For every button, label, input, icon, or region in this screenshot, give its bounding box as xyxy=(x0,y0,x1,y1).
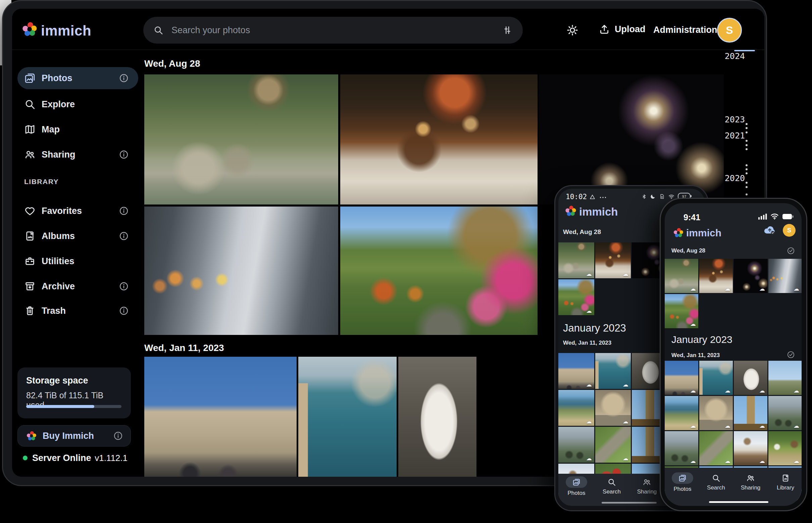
thumb-zoo-monkeys[interactable] xyxy=(558,242,594,278)
people-icon xyxy=(746,474,755,483)
info-icon[interactable] xyxy=(119,206,129,216)
iphone-clock: 9:41 xyxy=(684,213,700,222)
thumb-lizard[interactable] xyxy=(595,427,631,463)
archive-icon xyxy=(24,281,36,292)
timeline-tick xyxy=(746,123,747,125)
timeline-tick xyxy=(746,131,747,133)
photo-coastal-fort[interactable] xyxy=(298,357,397,477)
administration-link[interactable]: Administration xyxy=(653,25,718,35)
timeline-year-2024[interactable]: 2024 xyxy=(723,51,745,61)
info-icon[interactable] xyxy=(119,73,129,83)
brand-wordmark[interactable]: immich xyxy=(41,23,91,39)
select-all-check-icon[interactable] xyxy=(787,247,795,255)
search-bar[interactable] xyxy=(143,17,523,43)
photo-zoo-monkeys[interactable] xyxy=(144,74,338,204)
photo-fortress-wall[interactable] xyxy=(144,357,297,477)
thumb-viaduct[interactable] xyxy=(665,431,698,465)
photo-holding-hands[interactable] xyxy=(144,206,338,335)
immich-logo-icon xyxy=(672,227,684,239)
sidebar-item-albums[interactable]: Albums xyxy=(17,225,138,247)
info-icon[interactable] xyxy=(119,281,129,291)
user-avatar[interactable]: S xyxy=(717,18,742,42)
timeline-year-2020[interactable]: 2020 xyxy=(723,173,745,183)
nav-photos[interactable]: Photos xyxy=(566,476,587,497)
sidebar-item-label: Photos xyxy=(41,73,72,84)
user-avatar[interactable]: S xyxy=(783,224,796,237)
sidebar-item-archive[interactable]: Archive xyxy=(17,275,138,297)
sidebar-item-photos[interactable]: Photos xyxy=(17,67,138,89)
active-pill xyxy=(566,476,587,488)
date-group-header: Wed, Jan 11, 2023 xyxy=(563,340,611,346)
photo-autumn-park[interactable] xyxy=(340,206,537,335)
theme-toggle-button[interactable] xyxy=(566,24,578,36)
thumb-autumn-park[interactable] xyxy=(665,294,698,328)
photo-green-berries[interactable] xyxy=(479,357,556,477)
sidebar-item-explore[interactable]: Explore xyxy=(17,93,138,115)
timeline-year-2021[interactable]: 2021 xyxy=(723,131,745,141)
library-icon xyxy=(781,474,790,483)
thumb-zoo-monkeys[interactable] xyxy=(665,259,698,293)
upload-button[interactable]: Upload xyxy=(599,23,645,35)
sidebar-item-sharing[interactable]: Sharing xyxy=(17,144,138,166)
photo-marble-bust[interactable] xyxy=(398,357,477,477)
thumb-ridge[interactable] xyxy=(768,361,801,395)
nav-photos[interactable]: Photos xyxy=(672,472,693,492)
thumb-coastal-fort[interactable] xyxy=(699,361,733,395)
wifi-icon xyxy=(668,193,675,200)
buy-immich-button[interactable]: Buy Immich xyxy=(17,425,131,447)
info-icon[interactable] xyxy=(113,431,123,441)
bluetooth-icon xyxy=(641,194,647,199)
thumb-autumn-park[interactable] xyxy=(558,279,594,315)
nav-sharing[interactable]: Sharing xyxy=(637,478,657,495)
thumb-viaduct[interactable] xyxy=(558,427,594,463)
search-filter-icon[interactable] xyxy=(502,25,513,36)
sidebar-item-map[interactable]: Map xyxy=(17,118,138,141)
month-header: January 2023 xyxy=(563,322,626,334)
thumb-fireworks[interactable] xyxy=(734,259,767,293)
cloud-sync-icon[interactable] xyxy=(763,224,777,235)
nav-sharing[interactable]: Sharing xyxy=(741,474,761,491)
people-icon xyxy=(24,149,36,160)
thumb-dinner-table[interactable] xyxy=(699,259,733,293)
home-indicator[interactable] xyxy=(602,502,657,504)
thumb-fortress-wall[interactable] xyxy=(558,353,594,389)
info-icon[interactable] xyxy=(119,231,129,241)
iphone-bottom-nav: Photos Search Sharing Library xyxy=(665,468,801,506)
thumb-holding-hands[interactable] xyxy=(768,259,801,293)
info-icon[interactable] xyxy=(119,306,129,316)
brand-wordmark: immich xyxy=(579,205,618,218)
thumb-alpine-farm[interactable] xyxy=(768,431,801,465)
thumb-coastal-fort[interactable] xyxy=(595,353,631,389)
date-group-header: Wed, Aug 28 xyxy=(563,228,601,236)
nav-search[interactable]: Search xyxy=(707,474,725,491)
select-all-check-icon[interactable] xyxy=(787,351,795,359)
sidebar-item-favorites[interactable]: Favorites xyxy=(17,200,138,222)
thumb-fortress-wall[interactable] xyxy=(665,361,698,395)
nav-search[interactable]: Search xyxy=(603,478,621,495)
nav-library[interactable]: Library xyxy=(777,474,794,491)
notification-icon xyxy=(589,194,595,200)
thumb-carved-rock[interactable] xyxy=(595,390,631,426)
sidebar-item-trash[interactable]: Trash xyxy=(17,300,138,322)
thumb-stone-bridge[interactable] xyxy=(768,396,801,430)
thumb-lizard[interactable] xyxy=(699,431,733,465)
search-icon xyxy=(607,478,616,486)
thumb-marble-bust[interactable] xyxy=(734,361,767,395)
search-icon xyxy=(24,98,36,110)
thumb-carved-rock[interactable] xyxy=(699,396,733,430)
thumb-city-tower[interactable] xyxy=(734,396,767,430)
thumb-snowy-village[interactable] xyxy=(734,431,767,465)
thumb-coast-road[interactable] xyxy=(558,390,594,426)
thumb-coast-road[interactable] xyxy=(665,396,698,430)
upload-icon xyxy=(599,23,610,35)
search-input[interactable] xyxy=(171,25,502,36)
sidebar-item-utilities[interactable]: Utilities xyxy=(17,250,138,272)
wifi-icon xyxy=(771,213,779,220)
timeline-tick xyxy=(746,182,747,184)
photo-dinner-table[interactable] xyxy=(340,74,537,204)
immich-logo-icon[interactable] xyxy=(20,20,38,38)
thumb-dinner-table[interactable] xyxy=(595,242,631,278)
timeline-year-2023[interactable]: 2023 xyxy=(723,115,745,124)
home-indicator[interactable] xyxy=(709,501,768,503)
info-icon[interactable] xyxy=(119,149,129,160)
